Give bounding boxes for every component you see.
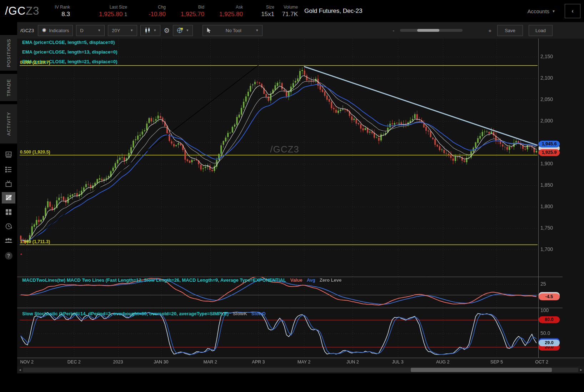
stat-ask: Ask 1,925.80 <box>204 5 243 17</box>
scroll-right-arrow-icon[interactable]: ► <box>579 367 584 372</box>
stat-value: 15x1 <box>261 11 274 17</box>
quotes-report-icon[interactable] <box>0 149 17 161</box>
zoom-in-button[interactable]: + <box>488 27 491 34</box>
accounts-dropdown[interactable]: Accounts ▼ <box>527 8 555 14</box>
chevron-down-icon: ▼ <box>186 29 189 32</box>
symbol-title: /GCZ3 <box>5 5 47 17</box>
drawing-set-icon <box>177 27 183 34</box>
timeframe-value: D <box>80 28 83 33</box>
dashboard-grid-icon[interactable] <box>0 206 17 218</box>
stat-value: -10.80 <box>149 11 166 17</box>
last-size-qty: 1 <box>124 11 127 17</box>
chevron-down-icon: ▼ <box>552 9 555 13</box>
time-axis-label: APR 3 <box>250 360 266 365</box>
sidebar-tab-positions[interactable]: POSITIONS <box>0 35 17 71</box>
chevron-down-icon: ▼ <box>255 29 259 32</box>
time-axis-label: JUL 3 <box>390 360 406 365</box>
chevron-down-icon: ▼ <box>130 29 133 32</box>
history-clock-icon[interactable] <box>0 220 17 232</box>
sidebar-tab-trade[interactable]: TRADE <box>0 74 17 101</box>
time-axis: NOV 2DEC 22023JAN 30MAR 2APR 3MAY 2JUN 2… <box>17 358 584 366</box>
chevron-left-icon: ‹ <box>571 7 574 15</box>
chart-toolbar: /GCZ3 ✺ Indicators D ▼ 20Y ▼ ▼ ⚙ <box>17 22 584 39</box>
stat-bid: Bid 1,925.70 <box>166 5 204 17</box>
price-chart-canvas[interactable] <box>17 39 584 358</box>
stat-label: Last Size <box>110 5 127 10</box>
time-axis-label: OCT 2 <box>534 360 550 365</box>
stat-label: IV Rank <box>55 5 70 10</box>
stat-value: 1,925.801 <box>99 11 127 18</box>
studies-icon: ✺ <box>42 27 46 34</box>
save-label: Save <box>505 28 515 33</box>
stat-volume: Volume 71.7K <box>274 5 298 17</box>
zoom-slider[interactable] <box>400 29 463 32</box>
stat-value: 1,925.80 <box>219 11 243 17</box>
symbol-header: /GCZ3 IV Rank 8.3 Last Size 1,925.801 Ch… <box>0 0 584 22</box>
range-dropdown[interactable]: 20Y ▼ <box>108 25 137 36</box>
accounts-label: Accounts <box>527 8 549 14</box>
help-icon[interactable]: ? <box>0 250 17 262</box>
question-mark: ? <box>7 253 10 258</box>
chart-type-dropdown[interactable]: ▼ <box>140 25 160 36</box>
scroll-left-arrow-icon[interactable]: ◄ <box>18 367 23 372</box>
charts-icon-active[interactable] <box>2 192 15 203</box>
candlestick-icon <box>144 27 151 33</box>
chart-body: EMA (price=CLOSE, length=5, displace=0) … <box>17 39 584 392</box>
stat-label: Size <box>266 5 274 10</box>
stat-value: 8.3 <box>61 11 70 17</box>
time-axis-label: MAY 2 <box>296 360 312 365</box>
sidebar-tab-activity[interactable]: ACTIVITY <box>0 104 17 144</box>
time-axis-label: JAN 30 <box>153 360 169 365</box>
time-axis-label: SEP 5 <box>488 360 505 365</box>
time-axis-label: AUG 2 <box>435 360 451 365</box>
stat-value: 71.7K <box>282 11 298 17</box>
stat-last-size: Last Size 1,925.801 <box>70 5 127 18</box>
load-label: Load <box>535 28 546 33</box>
zoom-out-button[interactable]: - <box>393 27 394 34</box>
stat-value: 1,925.70 <box>181 11 204 17</box>
time-axis-label: JUN 2 <box>344 360 361 365</box>
chevron-down-icon: ▼ <box>98 29 101 32</box>
save-button[interactable]: Save <box>497 25 523 36</box>
instrument-description: Gold Futures, Dec-23 <box>304 7 363 15</box>
chart-scrollbar[interactable]: ◄ ► <box>17 366 584 373</box>
indicators-button[interactable]: ✺ Indicators <box>38 25 73 36</box>
cursor-icon <box>206 27 211 33</box>
watchlist-icon[interactable] <box>0 164 17 176</box>
scrollbar-track[interactable] <box>23 368 578 372</box>
stat-iv-rank: IV Rank 8.3 <box>47 5 70 17</box>
trading-platform-window: /GCZ3 IV Rank 8.3 Last Size 1,925.801 Ch… <box>0 0 584 392</box>
community-icon[interactable] <box>0 235 17 247</box>
symbol-root: /GC <box>5 5 26 17</box>
drawing-set-dropdown[interactable]: ▼ <box>173 25 193 36</box>
timeframe-dropdown[interactable]: D ▼ <box>76 25 105 36</box>
collapse-panel-button[interactable]: ‹ <box>565 4 580 18</box>
chart-settings-gear-icon[interactable]: ⚙ <box>164 26 170 35</box>
stat-size: Size 15x1 <box>243 5 274 17</box>
time-axis-label: 2023 <box>110 360 126 365</box>
range-value: 20Y <box>112 28 120 33</box>
scrollbar-thumb[interactable] <box>411 368 552 372</box>
active-tool-dropdown[interactable]: No Tool ▼ <box>203 25 263 36</box>
toolbar-symbol-label: /GCZ3 <box>20 28 34 33</box>
tab-label: TRADE <box>6 79 11 96</box>
bottom-gap <box>17 373 584 392</box>
zoom-slider-thumb[interactable] <box>417 29 439 32</box>
time-axis-label: DEC 2 <box>66 360 82 365</box>
indicators-label: Indicators <box>49 28 69 33</box>
tab-label: ACTIVITY <box>6 112 11 136</box>
stat-label: Bid <box>198 5 204 10</box>
stat-label: Volume <box>284 5 298 10</box>
tv-icon[interactable] <box>0 178 17 190</box>
symbol-suffix: Z3 <box>26 5 39 17</box>
active-tool-label: No Tool <box>226 28 241 33</box>
chevron-down-icon: ▼ <box>153 29 156 32</box>
stat-label: Ask <box>236 5 243 10</box>
tab-label: POSITIONS <box>6 39 11 67</box>
time-axis-label: NOV 2 <box>19 360 35 365</box>
load-button[interactable]: Load <box>529 25 553 36</box>
left-sidebar: POSITIONS TRADE ACTIVITY <box>0 22 17 392</box>
time-axis-label: MAR 2 <box>202 360 219 365</box>
chart-region: /GCZ3 ✺ Indicators D ▼ 20Y ▼ ▼ ⚙ <box>17 22 584 392</box>
stat-chg: Chg -10.80 <box>127 5 166 17</box>
